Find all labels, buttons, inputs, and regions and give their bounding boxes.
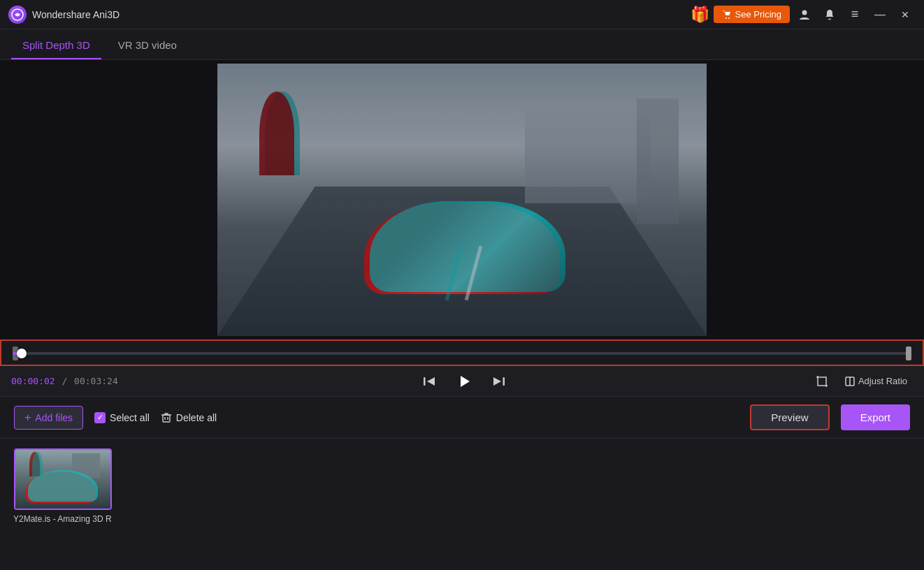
app-logo: Wondershare Ani3D <box>8 6 120 24</box>
adjust-ratio-icon <box>844 376 856 387</box>
svg-rect-4 <box>424 377 426 386</box>
scrubber-end-handle[interactable] <box>906 346 911 360</box>
minimize-button[interactable]: — <box>869 4 890 25</box>
close-icon: ✕ <box>901 9 909 20</box>
cart-icon <box>722 10 732 20</box>
playback-controls <box>118 370 811 393</box>
bell-icon <box>823 8 836 21</box>
svg-marker-8 <box>493 377 501 386</box>
video-scene-bg <box>217 64 707 336</box>
adjust-ratio-button[interactable]: Adjust Ratio <box>839 373 913 390</box>
svg-marker-5 <box>427 377 435 386</box>
minimize-icon: — <box>874 8 886 21</box>
crop-button[interactable] <box>811 370 833 393</box>
play-icon <box>456 374 472 389</box>
titlebar-actions: 🎁 See Pricing ≡ — <box>691 4 916 25</box>
export-button[interactable]: Export <box>841 404 910 430</box>
see-pricing-button[interactable]: See Pricing <box>714 6 790 23</box>
scrubber-background[interactable] <box>13 352 911 355</box>
crop-icon <box>815 374 829 388</box>
delete-all-button[interactable]: Delete all <box>161 412 217 423</box>
scene-overlay <box>217 64 707 336</box>
svg-marker-6 <box>461 376 470 387</box>
titlebar: Wondershare Ani3D 🎁 See Pricing ≡ <box>0 0 924 29</box>
skip-back-icon <box>422 374 436 388</box>
file-action-bar: + Add files ✓ Select all Delete all Prev… <box>0 397 924 439</box>
skip-back-button[interactable] <box>418 370 440 393</box>
user-icon-button[interactable] <box>794 4 815 25</box>
svg-point-1 <box>726 17 727 19</box>
trash-icon <box>161 412 172 423</box>
tab-vr-3d-video[interactable]: VR 3D video <box>107 32 188 59</box>
list-item[interactable]: ✓ Y2Mate.is - Amazing 3D R. <box>14 448 112 525</box>
select-all-checkbox: ✓ <box>94 412 106 423</box>
user-icon <box>798 8 811 21</box>
app-name: Wondershare Ani3D <box>32 9 120 20</box>
svg-point-3 <box>802 10 807 15</box>
thumbnail-scene <box>15 450 110 509</box>
time-current: 00:00:02 <box>11 376 55 386</box>
time-separator: / <box>62 376 67 386</box>
controls-right: Adjust Ratio <box>811 370 913 393</box>
preview-button[interactable]: Preview <box>750 404 829 430</box>
scrubber-track[interactable] <box>13 346 911 360</box>
file-list-area: ✓ Y2Mate.is - Amazing 3D R. <box>0 439 924 534</box>
skip-forward-button[interactable] <box>488 370 510 393</box>
play-button[interactable] <box>453 370 475 393</box>
svg-point-2 <box>728 17 730 19</box>
select-all-button[interactable]: ✓ Select all <box>94 412 150 423</box>
scrubber-thumb[interactable] <box>17 349 27 358</box>
skip-forward-icon <box>492 374 506 388</box>
controls-row: 00:00:02 / 00:03:24 <box>0 366 924 397</box>
add-files-button[interactable]: + Add files <box>14 406 83 430</box>
gift-icon[interactable]: 🎁 <box>691 6 709 24</box>
time-display: 00:00:02 / 00:03:24 <box>11 376 118 386</box>
close-button[interactable]: ✕ <box>895 4 916 25</box>
file-label: ✓ Y2Mate.is - Amazing 3D R. <box>14 513 112 525</box>
time-total: 00:03:24 <box>74 376 118 386</box>
file-name: Y2Mate.is - Amazing 3D R. <box>14 514 112 524</box>
video-frame <box>217 64 707 336</box>
tabs-bar: Split Depth 3D VR 3D video <box>0 29 924 60</box>
svg-rect-11 <box>163 415 170 422</box>
video-area <box>0 60 924 339</box>
menu-button[interactable]: ≡ <box>844 4 865 25</box>
hamburger-icon: ≡ <box>851 7 859 22</box>
notification-icon-button[interactable] <box>819 4 840 25</box>
file-thumbnail[interactable] <box>14 448 112 510</box>
plus-icon: + <box>24 411 31 424</box>
tab-split-depth-3d[interactable]: Split Depth 3D <box>11 32 101 59</box>
timeline-area <box>0 339 924 366</box>
svg-rect-7 <box>503 377 505 386</box>
app-logo-icon <box>8 6 27 24</box>
